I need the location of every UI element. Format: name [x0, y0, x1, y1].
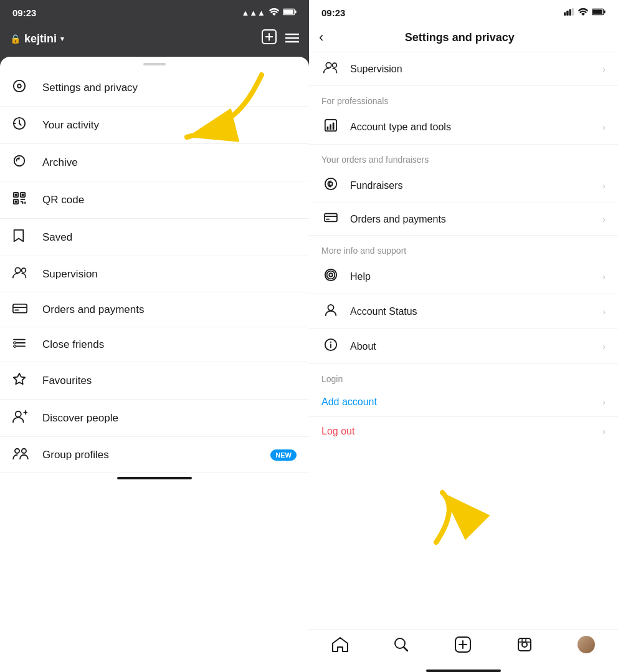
activity-icon: [12, 117, 31, 133]
svg-point-13: [14, 156, 25, 166]
section-label-more-info: More info and support: [309, 236, 618, 259]
settings-item-fundraisers[interactable]: Fundraisers ›: [309, 168, 618, 203]
svg-point-9: [14, 80, 25, 92]
account-status-label: Account Status: [350, 306, 602, 317]
header-action-icons: [262, 29, 299, 48]
settings-icon: [12, 79, 31, 96]
menu-item-group-profiles[interactable]: Group profiles NEW: [0, 437, 309, 473]
section-label-login: Login: [309, 364, 618, 388]
help-label: Help: [350, 271, 602, 282]
svg-rect-43: [569, 9, 571, 16]
home-nav-button[interactable]: [332, 637, 348, 652]
account-type-chevron-icon: ›: [602, 122, 606, 132]
settings-item-help[interactable]: Help ›: [309, 259, 618, 294]
settings-item-supervision-scrolled[interactable]: Supervision ›: [309, 52, 618, 86]
svg-rect-26: [13, 304, 27, 313]
orders-payments-chevron-icon: ›: [602, 214, 606, 224]
settings-item-log-out[interactable]: Log out ›: [309, 417, 618, 446]
supervision-chevron-icon: ›: [602, 64, 606, 74]
svg-point-24: [15, 267, 21, 273]
back-button[interactable]: ‹: [319, 29, 323, 46]
discover-label: Discover people: [42, 412, 297, 425]
drag-handle: [143, 63, 166, 65]
menu-item-settings[interactable]: Settings and privacy: [0, 69, 309, 107]
supervision-icon: [12, 266, 31, 282]
settings-item-orders-payments[interactable]: Orders and payments ›: [309, 203, 618, 236]
add-post-button[interactable]: [262, 29, 277, 48]
favourites-icon: [12, 372, 31, 389]
svg-rect-15: [15, 194, 17, 196]
status-icons-right: [564, 8, 606, 17]
about-icon: [321, 338, 340, 355]
group-profiles-label: Group profiles: [42, 449, 270, 461]
svg-point-33: [14, 342, 16, 344]
settings-item-add-account[interactable]: Add account ›: [309, 388, 618, 417]
about-label: About: [350, 341, 602, 352]
search-nav-button[interactable]: [394, 637, 409, 652]
menu-item-archive[interactable]: Archive: [0, 144, 309, 181]
svg-point-49: [333, 63, 337, 67]
saved-icon: [12, 229, 31, 246]
help-icon: [321, 268, 340, 285]
account-status-chevron-icon: ›: [602, 307, 606, 317]
reels-nav-button[interactable]: [517, 637, 532, 652]
log-out-chevron-icon: ›: [602, 426, 606, 436]
help-chevron-icon: ›: [602, 272, 606, 282]
svg-rect-71: [518, 638, 531, 651]
bottom-nav: [309, 629, 618, 666]
svg-rect-2: [283, 9, 293, 14]
svg-point-25: [22, 268, 26, 272]
activity-label: Your activity: [42, 119, 297, 132]
profile-nav-button[interactable]: [578, 636, 595, 653]
close-friends-label: Close friends: [42, 338, 297, 351]
account-status-icon: [321, 303, 340, 320]
home-indicator-right: [426, 670, 501, 672]
dropdown-chevron-icon: ▾: [60, 35, 64, 43]
supervision-label: Supervision: [42, 268, 297, 281]
archive-icon: [12, 154, 31, 171]
svg-point-34: [14, 345, 16, 348]
settings-item-about[interactable]: About ›: [309, 329, 618, 364]
svg-point-36: [16, 411, 21, 417]
menu-item-orders[interactable]: Orders and payments: [0, 292, 309, 327]
hamburger-menu-button[interactable]: [285, 31, 299, 47]
signal-icon-right: [564, 8, 574, 17]
battery-icon: [283, 8, 297, 17]
menu-item-discover[interactable]: Discover people: [0, 400, 309, 437]
close-friends-icon: [12, 337, 31, 352]
section-label-professionals: For professionals: [309, 86, 618, 110]
add-account-label: Add account: [321, 396, 602, 408]
svg-marker-35: [14, 373, 25, 384]
menu-item-activity[interactable]: Your activity: [0, 107, 309, 144]
menu-item-saved[interactable]: Saved: [0, 219, 309, 256]
settings-item-account-status[interactable]: Account Status ›: [309, 294, 618, 329]
orders-payments-icon: [321, 212, 340, 226]
add-nav-button[interactable]: [455, 636, 471, 653]
svg-rect-44: [572, 8, 574, 16]
orders-label: Orders and payments: [42, 304, 297, 316]
settings-item-account-type[interactable]: Account type and tools ›: [309, 110, 618, 145]
wifi-icon-right: [578, 8, 588, 17]
menu-item-favourites[interactable]: Favourites: [0, 362, 309, 400]
status-bar-left: 09:23 ▲▲▲: [0, 0, 309, 23]
menu-item-close-friends[interactable]: Close friends: [0, 327, 309, 362]
discover-icon: [12, 410, 31, 426]
fundraisers-label: Fundraisers: [350, 180, 602, 191]
menu-item-qr[interactable]: QR code: [0, 181, 309, 219]
svg-line-67: [404, 647, 407, 651]
dropdown-menu: Settings and privacy Your activity: [0, 57, 309, 672]
new-badge: NEW: [270, 449, 297, 461]
svg-rect-1: [295, 11, 296, 14]
svg-point-72: [522, 642, 527, 647]
favourites-label: Favourites: [42, 375, 297, 387]
username-area[interactable]: 🔒 kejtini ▾: [10, 32, 64, 46]
svg-point-48: [326, 62, 331, 68]
menu-item-supervision[interactable]: Supervision: [0, 256, 309, 292]
svg-point-62: [328, 305, 333, 310]
svg-rect-19: [15, 201, 17, 203]
wifi-icon: [269, 8, 279, 17]
time-right: 09:23: [321, 7, 345, 18]
svg-point-54: [325, 178, 336, 190]
settings-header: ‹ Settings and privacy: [309, 23, 618, 52]
svg-point-39: [15, 449, 19, 453]
